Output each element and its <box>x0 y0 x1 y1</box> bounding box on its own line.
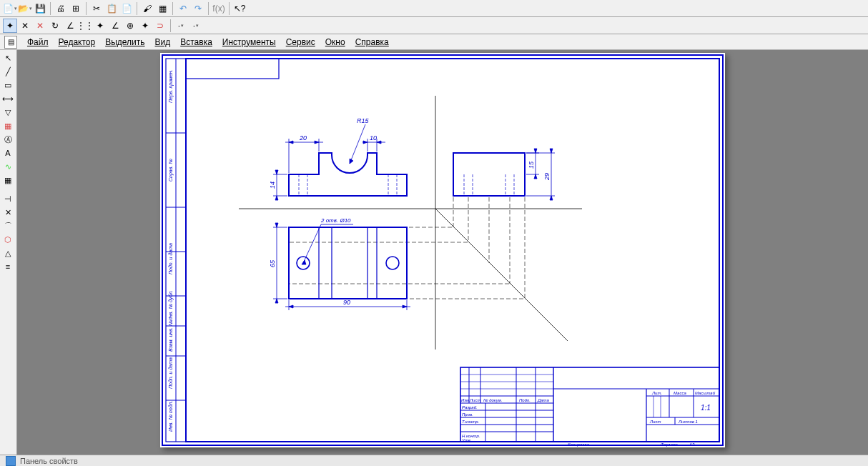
tb-kopiroval: Копировал <box>568 442 589 447</box>
left-toolbar: ↖ ╱ ▭ ⟷ ▽ ▦ Ⓐ А ∿ ▦ ⊣ ✕ ⌒ ⬡ △ ≡ <box>0 50 17 455</box>
tool-param-icon[interactable]: ≡ <box>1 260 15 273</box>
brush-icon[interactable]: 🖌 <box>140 1 154 16</box>
svg-rect-11 <box>186 59 279 79</box>
snap-magnet-icon[interactable]: ⊃ <box>153 19 167 33</box>
tb-listov: Листов 1 <box>678 420 698 424</box>
front-view <box>289 153 407 196</box>
separator <box>170 19 171 32</box>
snap-dd2-icon[interactable]: · <box>189 19 203 33</box>
tool-hatch-icon[interactable]: ▦ <box>1 119 15 132</box>
statusbar: Панель свойств <box>0 455 868 466</box>
copy-icon[interactable]: 📋 <box>104 1 119 16</box>
tb-lit: Лит. <box>651 391 662 395</box>
svg-rect-1 <box>186 59 719 442</box>
tool-rect-icon[interactable]: ▭ <box>1 79 15 91</box>
dim-r15: R15 <box>357 117 370 124</box>
svg-rect-0 <box>162 55 723 445</box>
tool-dim-icon[interactable]: ⟷ <box>1 92 15 105</box>
redo-icon[interactable]: ↷ <box>191 1 205 16</box>
save-icon[interactable]: 💾 <box>33 1 47 16</box>
tool-break-icon[interactable]: ⊣ <box>1 192 15 205</box>
app-icon[interactable]: ▤ <box>4 36 17 49</box>
tb-izm: Изм. <box>461 398 470 402</box>
side-label-1: Перв. примен. <box>168 69 174 103</box>
separator <box>172 2 173 15</box>
side-label-5: Взам. инв. № <box>168 320 173 352</box>
preview-icon[interactable]: ⊞ <box>69 1 83 16</box>
print-icon[interactable]: 🖨 <box>54 1 68 16</box>
snap-endpoint-icon[interactable]: ✦ <box>3 19 17 33</box>
snap-tool-icon[interactable]: ✕ <box>18 19 32 33</box>
svg-line-14 <box>435 209 568 341</box>
separator <box>137 2 137 15</box>
tb-prov: Пров. <box>462 412 473 417</box>
menu-view[interactable]: Вид <box>155 37 171 47</box>
undo-icon[interactable]: ↶ <box>176 1 190 16</box>
open-icon[interactable]: 📂 <box>18 1 32 16</box>
drawing-paper: Перв. примен. Справ. № Подп. и дата Инв.… <box>160 53 725 447</box>
tb-utv: Утв. <box>461 438 472 442</box>
panel-icon[interactable] <box>6 456 16 466</box>
fx-icon[interactable]: f(x) <box>212 1 226 16</box>
menu-editor[interactable]: Редактор <box>59 37 96 47</box>
drawing-canvas[interactable]: Перв. примен. Справ. № Подп. и дата Инв.… <box>17 50 868 455</box>
tool-arc-icon[interactable]: ⌒ <box>1 219 15 232</box>
menu-file[interactable]: Файл <box>27 37 49 47</box>
tb-massa: Масса <box>674 391 686 395</box>
dim-20: 20 <box>299 134 307 142</box>
snap-tool2-icon[interactable]: ✦ <box>93 19 107 33</box>
dim-29: 29 <box>543 173 551 181</box>
tool-cursor-icon[interactable]: ↖ <box>1 51 15 64</box>
svg-rect-64 <box>460 367 719 442</box>
menu-tools[interactable]: Инструменты <box>222 37 276 47</box>
snap-angle2-icon[interactable]: ∠ <box>108 19 122 33</box>
tool-angle-icon[interactable]: △ <box>1 247 15 259</box>
side-view <box>453 153 525 196</box>
tool-compass-icon[interactable]: Ⓐ <box>1 133 15 146</box>
svg-line-62 <box>303 224 321 263</box>
tool-table-icon[interactable]: ▦ <box>1 174 15 187</box>
tb-data: Дата <box>537 398 549 402</box>
toolbar-snap: ✦ ✕ ✕ ↻ ∠ ⋮⋮ ✦ ∠ ⊕ ✦ ⊃ · · <box>0 17 868 34</box>
tool-center-icon[interactable]: ✕ <box>1 206 15 219</box>
note-holes: 2 отв. Ø10 <box>320 217 351 224</box>
snap-x-icon[interactable]: ✕ <box>33 19 47 33</box>
tb-format: Формат <box>661 442 678 447</box>
tool-text-icon[interactable]: А <box>1 147 15 159</box>
paste-icon[interactable]: 📄 <box>119 1 134 16</box>
properties-icon[interactable]: ▦ <box>155 1 169 16</box>
tb-ndokum: № докум. <box>483 398 502 402</box>
tool-spline-icon[interactable]: ∿ <box>1 160 15 173</box>
new-icon[interactable]: 📄 <box>3 1 17 16</box>
separator <box>229 2 230 15</box>
snap-point-icon[interactable]: ✦ <box>138 19 152 33</box>
menu-service[interactable]: Сервис <box>286 37 315 47</box>
snap-grid-icon[interactable]: ⋮⋮ <box>78 19 92 33</box>
dim-90: 90 <box>343 299 350 306</box>
dim-10: 10 <box>370 134 377 142</box>
help-cursor-icon[interactable]: ↖? <box>232 1 247 16</box>
tool-rough-icon[interactable]: ▽ <box>1 106 15 119</box>
snap-circle-icon[interactable]: ⊕ <box>123 19 137 33</box>
tool-line-icon[interactable]: ╱ <box>1 65 15 78</box>
menu-insert[interactable]: Вставка <box>180 37 212 47</box>
side-label-4: Инв. № дубл. <box>168 290 174 321</box>
tb-podp: Подп. <box>519 398 531 402</box>
tb-list: Лист <box>469 398 480 402</box>
snap-orbit-icon[interactable]: ↻ <box>48 19 62 33</box>
menubar: ▤ Файл Редактор Выделить Вид Вставка Инс… <box>0 34 868 50</box>
workspace: ↖ ╱ ▭ ⟷ ▽ ▦ Ⓐ А ∿ ▦ ⊣ ✕ ⌒ ⬡ △ ≡ <box>0 50 868 455</box>
tb-scale: 1:1 <box>701 404 711 412</box>
snap-dd1-icon[interactable]: · <box>174 19 188 33</box>
tb-list2: Лист <box>649 420 661 424</box>
tool-edit-icon[interactable]: ⬡ <box>1 233 15 246</box>
separator <box>86 2 87 15</box>
svg-rect-49 <box>289 227 407 299</box>
cut-icon[interactable]: ✂ <box>89 1 104 16</box>
snap-angle-icon[interactable]: ∠ <box>63 19 77 33</box>
menu-select[interactable]: Выделить <box>105 37 144 47</box>
gap <box>1 187 16 192</box>
menu-window[interactable]: Окно <box>325 37 345 47</box>
menu-help[interactable]: Справка <box>355 37 389 47</box>
panel-label: Панель свойств <box>20 457 78 465</box>
